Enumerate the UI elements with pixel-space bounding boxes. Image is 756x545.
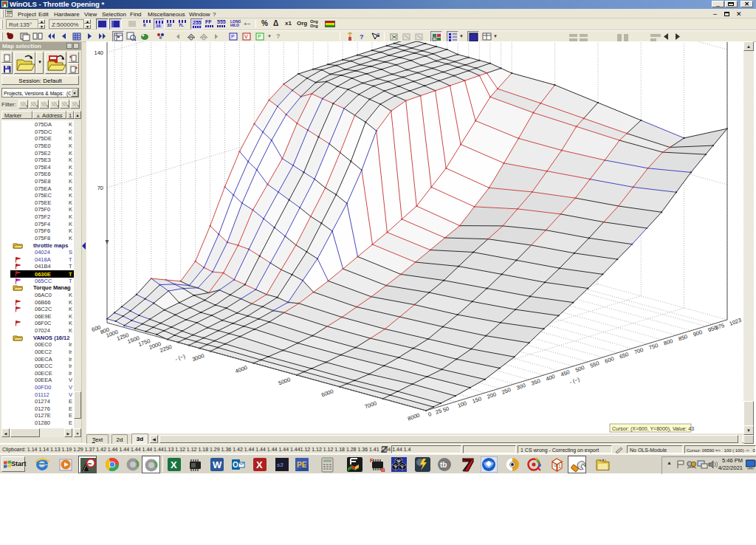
svg-text:140: 140 — [94, 49, 103, 56]
svg-text:V: V — [244, 34, 248, 39]
svg-text:tb: tb — [440, 461, 447, 469]
svg-text:70: 70 — [97, 185, 103, 191]
svg-text:?: ? — [360, 33, 364, 41]
svg-text:P: P — [231, 34, 235, 39]
svg-text:M: M — [397, 459, 400, 463]
svg-text:?: ? — [377, 32, 379, 38]
svg-text:0: 0 — [554, 462, 557, 467]
svg-text:PE: PE — [297, 461, 307, 469]
svg-text:O: O — [233, 461, 238, 469]
svg-text:P: P — [258, 34, 261, 39]
svg-text:Cursor: (X=600, Y=8000), Value: Cursor: (X=600, Y=8000), Value: 43 — [612, 426, 694, 432]
svg-text:X: X — [171, 459, 177, 470]
svg-text:1: 1 — [558, 464, 561, 469]
svg-text:W: W — [213, 459, 222, 470]
svg-text:C: C — [401, 464, 404, 468]
svg-text:∞: ∞ — [88, 461, 92, 466]
svg-text:F: F — [370, 457, 374, 464]
svg-text:B: B — [381, 467, 385, 473]
svg-text:X: X — [256, 459, 263, 470]
svg-text:s3: s3 — [277, 462, 284, 468]
